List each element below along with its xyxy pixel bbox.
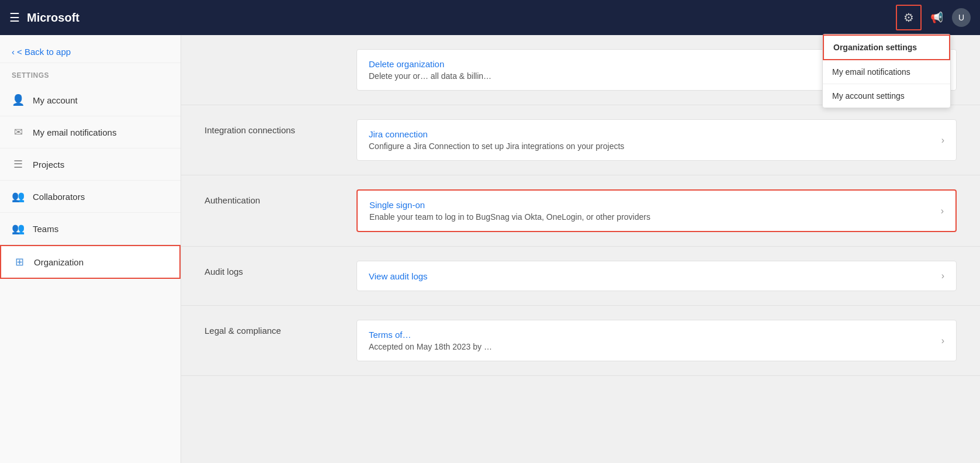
legal-cards: Terms of… Accepted on May 18th 2023 by …… <box>356 320 957 361</box>
audit-logs-chevron: › <box>941 271 944 281</box>
audit-logs-card-left: View audit logs <box>369 271 428 281</box>
terms-chevron: › <box>941 336 944 346</box>
sidebar-item-email-notifications[interactable]: ✉ My email notifications <box>0 116 181 148</box>
integration-connections-section: Integration connections Jira connection … <box>181 105 980 175</box>
delete-org-desc: Delete your or… all data & billin… <box>369 71 491 81</box>
terms-title: Terms of… <box>369 330 492 340</box>
collaborators-icon: 👥 <box>12 190 25 203</box>
dropdown-org-settings[interactable]: Organization settings <box>823 34 950 60</box>
sidebar-item-teams-label: Teams <box>33 224 58 234</box>
organization-icon: ⊞ <box>13 255 26 268</box>
legal-section: Legal & compliance Terms of… Accepted on… <box>181 306 980 376</box>
integration-connections-cards: Jira connection Configure a Jira Connect… <box>356 119 957 161</box>
sidebar-item-email-label: My email notifications <box>33 127 116 137</box>
single-sign-on-card[interactable]: Single sign-on Enable your team to log i… <box>356 189 957 232</box>
jira-chevron: › <box>941 135 944 146</box>
sidebar-item-projects[interactable]: ☰ Projects <box>0 148 181 181</box>
user-icon: 👤 <box>12 94 25 106</box>
integration-connections-label: Integration connections <box>205 119 333 135</box>
settings-section-label: SETTINGS <box>0 63 181 84</box>
app-title: Microsoft <box>27 11 79 25</box>
megaphone-button[interactable]: 📢 <box>926 7 947 28</box>
sidebar-item-my-account[interactable]: 👤 My account <box>0 84 181 116</box>
dropdown-account-settings[interactable]: My account settings <box>823 84 950 108</box>
authentication-label: Authentication <box>205 189 333 205</box>
settings-dropdown: Organization settings My email notificat… <box>822 34 951 108</box>
sidebar-item-organization-label: Organization <box>34 257 84 267</box>
audit-logs-cards: View audit logs › <box>356 261 957 291</box>
gear-button[interactable]: ⚙ <box>896 5 922 30</box>
audit-logs-section: Audit logs View audit logs › <box>181 247 980 306</box>
sso-desc: Enable your team to log in to BugSnag vi… <box>369 212 650 222</box>
sso-chevron: › <box>941 206 944 216</box>
delete-org-section-label <box>205 67 333 73</box>
avatar[interactable]: U <box>952 8 971 27</box>
sidebar-item-organization[interactable]: ⊞ Organization <box>0 245 181 279</box>
sidebar-item-projects-label: Projects <box>33 160 64 170</box>
email-icon: ✉ <box>12 126 25 139</box>
nav-left: ☰ Microsoft <box>9 11 896 25</box>
sso-card-left: Single sign-on Enable your team to log i… <box>369 200 650 222</box>
jira-card-left: Jira connection Configure a Jira Connect… <box>369 129 624 151</box>
audit-logs-label: Audit logs <box>205 261 333 277</box>
sidebar-item-collaborators[interactable]: 👥 Collaborators <box>0 181 181 213</box>
authentication-section: Authentication Single sign-on Enable you… <box>181 175 980 247</box>
sidebar-item-my-account-label: My account <box>33 95 78 105</box>
jira-desc: Configure a Jira Connection to set up Ji… <box>369 141 624 151</box>
projects-icon: ☰ <box>12 158 25 171</box>
legal-label: Legal & compliance <box>205 320 333 336</box>
audit-logs-title: View audit logs <box>369 271 428 281</box>
sidebar-item-collaborators-label: Collaborators <box>33 192 85 202</box>
hamburger-icon[interactable]: ☰ <box>9 11 20 25</box>
authentication-cards: Single sign-on Enable your team to log i… <box>356 189 957 232</box>
view-audit-logs-card[interactable]: View audit logs › <box>356 261 957 291</box>
nav-right: ⚙ 📢 U <box>896 5 971 30</box>
jira-connection-card[interactable]: Jira connection Configure a Jira Connect… <box>356 119 957 161</box>
back-to-app-label: < Back to app <box>17 47 71 57</box>
delete-org-title: Delete organization <box>369 59 491 69</box>
delete-org-card-left: Delete organization Delete your or… all … <box>369 59 491 81</box>
sidebar: ‹ < Back to app SETTINGS 👤 My account ✉ … <box>0 35 181 463</box>
terms-desc: Accepted on May 18th 2023 by … <box>369 342 492 351</box>
back-to-app-link[interactable]: ‹ < Back to app <box>0 35 181 63</box>
top-navigation: ☰ Microsoft ⚙ 📢 U Organization settings … <box>0 0 980 35</box>
terms-card[interactable]: Terms of… Accepted on May 18th 2023 by …… <box>356 320 957 361</box>
teams-icon: 👥 <box>12 222 25 235</box>
jira-title: Jira connection <box>369 129 624 139</box>
sidebar-item-teams[interactable]: 👥 Teams <box>0 213 181 245</box>
terms-card-left: Terms of… Accepted on May 18th 2023 by … <box>369 330 492 351</box>
sso-title: Single sign-on <box>369 200 650 210</box>
dropdown-email-notifs[interactable]: My email notifications <box>823 60 950 84</box>
back-arrow-icon: ‹ <box>12 47 15 57</box>
